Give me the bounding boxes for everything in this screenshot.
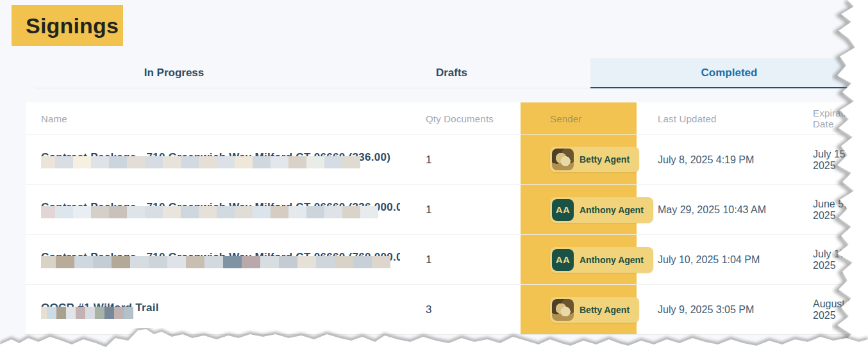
redaction-mosaic (41, 256, 390, 268)
signings-tabbar: In Progress Drafts Completed (35, 58, 868, 88)
expiration-date-value: June 5, 2025 (813, 198, 868, 222)
tab-in-progress[interactable]: In Progress (35, 58, 313, 88)
table-header-row: Name Qty Documents Sender Last Updated E… (26, 102, 868, 135)
last-updated-value: July 9, 2025 3:05 PM (658, 304, 813, 316)
qty-documents-value: 1 (426, 154, 535, 166)
signings-table-card: Name Qty Documents Sender Last Updated E… (26, 102, 868, 335)
last-updated-value: July 8, 2025 4:19 PM (658, 154, 813, 166)
table-row[interactable]: OOCR #1 Wilford Trail 3 Betty Agent July… (26, 285, 868, 335)
page-title: Signings (12, 13, 119, 38)
column-header-last-updated: Last Updated (658, 113, 813, 124)
redaction-mosaic (41, 156, 360, 168)
last-updated-value: May 29, 2025 10:43 AM (658, 204, 813, 216)
betty-agent-avatar (552, 299, 574, 321)
signing-name-redacted: Contract Package - 710 Greenwich Way Mil… (41, 151, 426, 168)
tab-completed[interactable]: Completed (590, 58, 868, 88)
sender-cell: AA Anthony Agent (535, 247, 658, 273)
qty-documents-value: 3 (426, 303, 535, 316)
column-header-expiration-date: Expiration Date (813, 108, 868, 129)
signing-name-redacted: Contract Package - 710 Greenwich Way Mil… (41, 201, 426, 218)
qty-documents-value: 1 (426, 204, 535, 216)
sender-name: Anthony Agent (580, 205, 644, 215)
column-header-name: Name (41, 113, 426, 124)
expiration-date-value: August 8, 2025 (813, 298, 868, 321)
redaction-mosaic (41, 307, 133, 319)
expiration-date-value: July 17, 2025 (813, 248, 868, 271)
sender-chip: AA Anthony Agent (550, 197, 653, 223)
redaction-mosaic (41, 206, 378, 218)
signing-name-redacted: Contract Package - 710 Greenwich Way Mil… (41, 251, 426, 268)
anthony-agent-avatar: AA (552, 249, 574, 271)
anthony-agent-avatar: AA (552, 199, 574, 221)
sender-cell: Betty Agent (535, 297, 658, 323)
sender-chip: Betty Agent (550, 297, 639, 323)
sender-cell: Betty Agent (535, 147, 658, 173)
sender-chip: AA Anthony Agent (550, 247, 653, 273)
last-updated-value: July 10, 2025 1:04 PM (658, 254, 813, 266)
tab-drafts[interactable]: Drafts (313, 58, 590, 88)
table-row[interactable]: Contract Package - 710 Greenwich Way Mil… (26, 135, 868, 185)
sender-name: Betty Agent (580, 305, 630, 315)
table-row[interactable]: Contract Package - 710 Greenwich Way Mil… (26, 185, 868, 235)
sender-name: Anthony Agent (580, 255, 644, 265)
column-header-sender: Sender (535, 113, 658, 124)
table-row[interactable]: Contract Package - 710 Greenwich Way Mil… (26, 235, 868, 285)
signing-name-redacted: OOCR #1 Wilford Trail (41, 302, 426, 319)
sender-cell: AA Anthony Agent (535, 197, 658, 223)
qty-documents-value: 1 (426, 254, 535, 266)
signings-page: Signings In Progress Drafts Completed Na… (0, 0, 868, 356)
sender-name: Betty Agent (580, 154, 630, 165)
screenshot-root: Signings In Progress Drafts Completed Na… (0, 0, 868, 356)
sender-chip: Betty Agent (550, 147, 639, 172)
betty-agent-avatar (552, 149, 574, 170)
page-title-highlight: Signings (12, 5, 123, 46)
expiration-date-value: July 15, 2025 (813, 149, 868, 172)
column-header-qty-documents: Qty Documents (426, 113, 535, 124)
